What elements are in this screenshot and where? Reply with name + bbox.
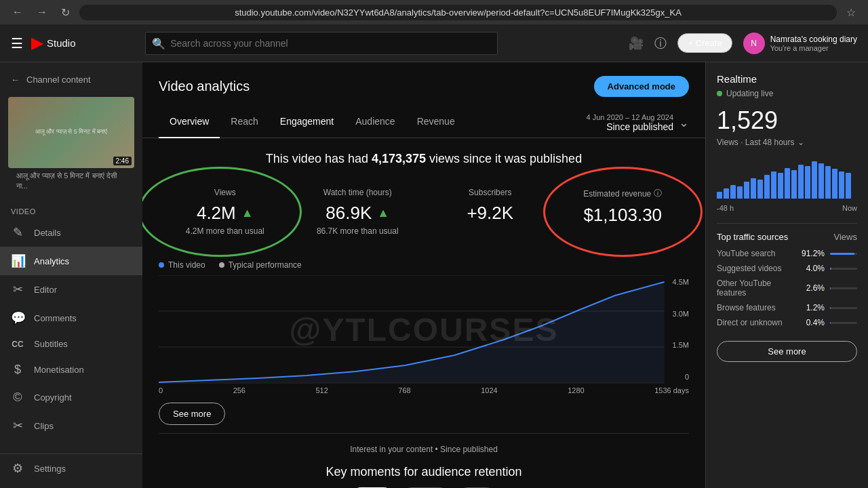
interest-line: Interest in your content • Since publish… (159, 433, 689, 460)
traffic-bar-wrap (830, 307, 857, 309)
traffic-source-pct: 4.0% (797, 264, 825, 273)
legend-this-video-dot (159, 262, 164, 268)
video-title-small: आलू और प्याज़ से 5 मिनट में बनाएं देसी न… (8, 168, 134, 197)
see-more-button[interactable]: See more (159, 403, 225, 425)
views-headline: This video has had 4,173,375 views since… (142, 138, 705, 177)
page-title: Video analytics (159, 79, 250, 94)
browser-bookmark-icon[interactable]: ☆ (842, 3, 860, 22)
sidebar-item-editor[interactable]: ✂ Editor (0, 275, 142, 304)
tab-overview[interactable]: Overview (159, 108, 220, 138)
chart-x-labels: 0 256 512 768 1024 1280 1536 days (159, 384, 689, 394)
sidebar-item-details[interactable]: ✎ Details (0, 218, 142, 247)
traffic-source-pct: 91.2% (797, 249, 825, 258)
chevron-down-icon: ⌄ (797, 138, 804, 147)
metric-subs-label: Subscribers (435, 188, 546, 197)
metric-subs-value: +9.2K (435, 203, 546, 224)
traffic-source-name: Browse features (717, 303, 797, 312)
headline-prefix: This video has had (266, 152, 372, 165)
traffic-row: Suggested videos 4.0% (717, 264, 857, 273)
mini-bar (717, 192, 722, 199)
advanced-mode-button[interactable]: Advanced mode (594, 76, 689, 97)
traffic-source-pct: 0.4% (797, 318, 825, 327)
x-label-5: 1280 (568, 386, 584, 394)
user-role: You're a manager (770, 44, 857, 52)
sidebar-section-title: Video (0, 202, 142, 218)
traffic-bar-wrap (830, 268, 857, 270)
browser-url-input[interactable] (79, 5, 837, 20)
video-thumbnail: आलू और प्याज़ से 5 मिनट में बनाएं 2:46 (8, 97, 134, 168)
sidebar-item-label: Comments (34, 313, 77, 323)
comments-icon: 💬 (11, 310, 24, 325)
mini-bar (757, 180, 763, 199)
create-button[interactable]: + Create (677, 33, 732, 53)
sidebar-back-button[interactable]: ← Channel content (0, 68, 142, 92)
help-icon[interactable]: ⓘ (654, 35, 667, 52)
user-area[interactable]: N Namrata's cooking diary You're a manag… (743, 33, 857, 54)
date-range-area[interactable]: 4 Jun 2020 – 12 Aug 2024 Since published… (587, 108, 689, 138)
metric-rev-label: Estimated revenue ⓘ (568, 188, 679, 199)
metric-views-value: 4.2M ▲ (170, 203, 281, 224)
camera-icon[interactable]: 🎥 (629, 36, 644, 51)
svg-marker-4 (159, 282, 665, 382)
realtime-views-label[interactable]: Views · Last 48 hours ⌄ (717, 138, 857, 147)
mini-bar (737, 186, 743, 199)
traffic-source-name: Other YouTube features (717, 279, 797, 298)
monetisation-icon: $ (11, 363, 24, 377)
y-label-3: 1.5M (662, 341, 689, 349)
sidebar-item-copyright[interactable]: © Copyright (0, 384, 142, 411)
tab-reach[interactable]: Reach (220, 108, 269, 138)
see-more-right-button[interactable]: See more (717, 341, 857, 362)
chart-container: 4.5M 3.0M 1.5M 0 (159, 275, 689, 384)
analytics-icon: 📊 (11, 253, 24, 268)
back-arrow-icon: ← (11, 75, 20, 85)
realtime-count: 1,529 (717, 106, 857, 135)
metric-watch-time: Watch time (hours) 86.9K ▲ 86.7K more th… (292, 177, 425, 247)
chart-left-label: -48 h (717, 204, 734, 212)
tab-revenue[interactable]: Revenue (406, 108, 466, 138)
hamburger-menu-icon[interactable]: ☰ (11, 35, 23, 52)
tabs-bar: Overview Reach Engagement Audience Reven… (142, 108, 705, 138)
traffic-title-label: Top traffic sources (717, 232, 788, 242)
metric-views-sub: 4.2M more than usual (170, 226, 281, 236)
sidebar-item-subtitles[interactable]: CC Subtitles (0, 332, 142, 356)
search-input[interactable] (145, 32, 498, 55)
browser-back-button[interactable]: ← (8, 3, 27, 21)
mini-bar (846, 173, 851, 199)
mini-bar (764, 175, 770, 199)
metrics-row: Views 4.2M ▲ 4.2M more than usual Watch … (142, 177, 705, 247)
browser-forward-button[interactable]: → (33, 3, 52, 21)
logo-area: ▶ Studio (31, 35, 76, 52)
page-header: Video analytics Advanced mode (142, 62, 705, 97)
main-panel: Video analytics Advanced mode Overview R… (142, 62, 705, 488)
studio-label: Studio (47, 37, 76, 49)
sidebar-item-settings[interactable]: ⚙ Settings (0, 454, 142, 483)
clips-icon: ✂ (11, 418, 24, 433)
sidebar-item-clips[interactable]: ✂ Clips (0, 411, 142, 440)
mini-bar (785, 168, 790, 199)
metric-subscribers: Subscribers +9.2K (424, 177, 557, 247)
headline-suffix: views since it was published (426, 152, 582, 165)
tab-audience[interactable]: Audience (344, 108, 406, 138)
user-name: Namrata's cooking diary (770, 35, 857, 44)
browser-reload-button[interactable]: ↻ (57, 3, 74, 22)
revenue-info-icon: ⓘ (654, 188, 662, 199)
traffic-bar-wrap (830, 287, 857, 289)
mini-bar (818, 163, 824, 199)
mini-bar (812, 161, 817, 199)
traffic-bar (830, 268, 831, 270)
search-bar: 🔍 (145, 32, 498, 55)
mini-bar (825, 166, 831, 199)
tab-engagement[interactable]: Engagement (269, 108, 344, 138)
sidebar-item-label: Editor (34, 285, 57, 295)
settings-icon: ⚙ (11, 461, 24, 476)
sidebar-item-monetisation[interactable]: $ Monetisation (0, 356, 142, 384)
x-label-4: 1024 (481, 386, 497, 394)
traffic-row: Direct or unknown 0.4% (717, 318, 857, 327)
mini-bar (778, 173, 783, 199)
divider (717, 223, 857, 224)
traffic-bar (830, 253, 854, 255)
sidebar-item-analytics[interactable]: 📊 Analytics (0, 247, 142, 275)
search-icon: 🔍 (152, 37, 165, 49)
sidebar-item-comments[interactable]: 💬 Comments (0, 304, 142, 332)
metric-views-label: Views (170, 188, 281, 197)
